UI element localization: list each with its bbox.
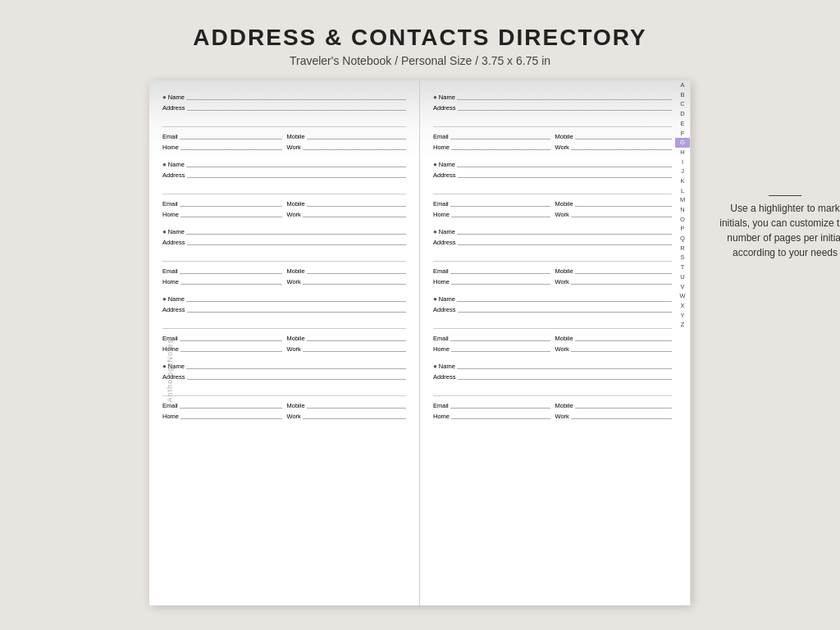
alpha-tab-D[interactable]: D [675,109,690,119]
watermark: AnthologyNotes [166,339,174,403]
alpha-tab-L[interactable]: L [675,186,690,196]
alpha-tab-W[interactable]: W [675,291,690,301]
page-title: ADDRESS & CONTACTS DIRECTORY [193,25,646,51]
left-page: AnthologyNotes ● Name Address Email [149,80,420,605]
sidebar-note: Use a highlighter to mark initials, you … [715,195,840,260]
name-label: Name [168,94,185,101]
alpha-tab-N[interactable]: N [675,205,690,215]
sidebar-dash [769,195,801,196]
alphabet-tabs: ABCDEFGHIJKLMNOPQRSTUVWXYZ [675,80,690,605]
right-entry-1: ● Name Address Email [433,92,672,151]
alpha-tab-C[interactable]: C [675,99,690,109]
alpha-tab-R[interactable]: R [675,244,690,253]
alpha-tab-J[interactable]: J [675,167,690,176]
contact-entry-5: ● Name Address Email Mobile [162,361,406,420]
contact-entry-1: ● Name Address Email Mobile [162,92,406,151]
email-mobile-row: Email Mobile [162,131,406,140]
alpha-tab-Q[interactable]: Q [675,234,690,244]
right-page: ● Name Address Email [420,80,691,605]
alpha-tab-M[interactable]: M [675,195,690,205]
alpha-tab-I[interactable]: I [675,158,690,167]
right-entry-2: ● Name Address Email [433,159,672,218]
alpha-tab-V[interactable]: V [675,281,690,291]
alpha-tab-G[interactable]: G [675,138,690,148]
alpha-tab-Y[interactable]: Y [675,311,690,321]
right-entry-3: ● Name Address Email [433,226,672,285]
alpha-tab-O[interactable]: O [675,215,690,225]
person-icon: ● [162,94,167,101]
home-work-row: Home Work [162,142,406,151]
alpha-tab-Z[interactable]: Z [675,320,690,330]
contact-entry-3: ● Name Address Email Mobile [162,226,406,285]
contact-entry-4: ● Name Address Email Mobile [162,294,406,353]
contact-entry-2: ● Name Address Email Mobile [162,159,406,218]
address-label: Address [162,104,185,112]
page-subtitle: Traveler's Notebook / Personal Size / 3.… [290,54,550,67]
notebook: AnthologyNotes ● Name Address Email [149,80,691,605]
alpha-tab-T[interactable]: T [675,262,690,272]
alpha-tab-K[interactable]: K [675,176,690,186]
sidebar-note-text: Use a highlighter to mark initials, you … [719,203,840,258]
alpha-tab-P[interactable]: P [675,224,690,234]
alpha-tab-H[interactable]: H [675,148,690,158]
separator [162,126,406,127]
address-field-line [187,103,406,111]
alpha-tab-F[interactable]: F [675,128,690,138]
alpha-tab-S[interactable]: S [675,253,690,262]
alpha-tab-X[interactable]: X [675,301,690,311]
right-entry-5: ● Name Address Email [433,361,672,420]
right-entry-4: ● Name Address Email [433,294,672,353]
alpha-tab-B[interactable]: B [675,90,690,100]
name-field-line [186,92,406,100]
alpha-tab-E[interactable]: E [675,119,690,129]
alpha-tab-A[interactable]: A [675,80,690,90]
alpha-tab-U[interactable]: U [675,272,690,282]
